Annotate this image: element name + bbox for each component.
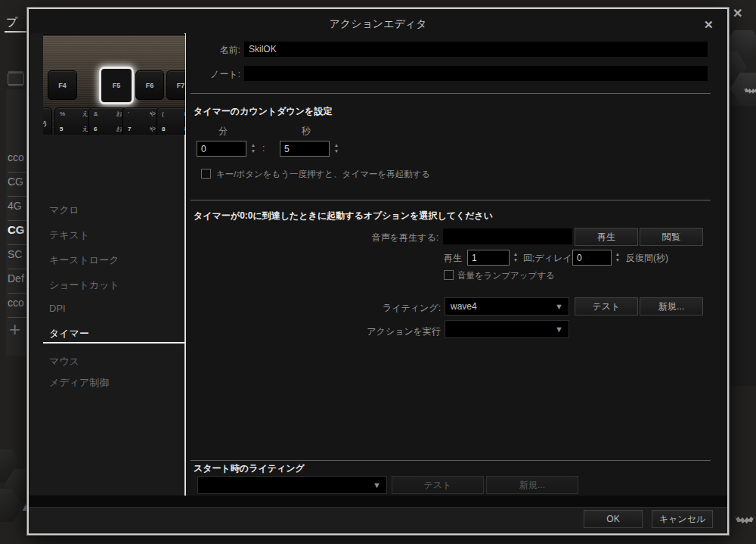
lighting-new-button[interactable]: 新規... xyxy=(640,297,703,316)
chevron-down-icon: ▼ xyxy=(555,302,563,311)
menu-item-timer-selected[interactable]: タイマー xyxy=(49,327,89,340)
add-profile-button[interactable]: + xyxy=(9,319,20,339)
profile-item[interactable]: Def xyxy=(8,269,29,294)
spin-down-icon[interactable]: ▼ xyxy=(251,149,256,154)
browse-sound-button[interactable]: 閲覧 xyxy=(640,228,703,246)
key-glyph: ゆ xyxy=(176,126,185,135)
key-glyph: ( xyxy=(162,110,176,126)
profile-item[interactable]: cco xyxy=(8,148,29,173)
start-lighting-dropdown[interactable]: ▼ xyxy=(197,476,387,494)
minutes-input[interactable] xyxy=(197,141,246,157)
profile-tab-partial[interactable]: プ xyxy=(6,15,17,30)
right-side-panel xyxy=(730,106,756,386)
eagle-logo-icon xyxy=(733,512,756,525)
spin-down-icon[interactable]: ▼ xyxy=(513,258,518,263)
lighting-dropdown[interactable]: wave4 ▼ xyxy=(445,297,569,316)
lighting-value: wave4 xyxy=(451,301,477,312)
menu-item-keystroke[interactable]: キーストローク xyxy=(49,253,119,267)
menu-item-media[interactable]: メディア制御 xyxy=(49,376,109,390)
minutes-label: 分 xyxy=(198,125,248,138)
profile-item[interactable]: CG xyxy=(8,173,29,197)
timer-section-heading: タイマーのカウントダウンを設定 xyxy=(194,105,332,118)
minutes-stepper[interactable]: ▲ ▼ xyxy=(249,143,257,154)
restart-timer-label: キー/ボタンをもう一度押すと、タイマーを再起動する xyxy=(216,169,430,180)
repeat-stepper[interactable]: ▲ ▼ xyxy=(512,252,519,263)
keyboard-preview: F4 F5 F6 F7 う %え 5え &お 6お 'や 7や (ゆ 8ゆ xyxy=(43,34,185,135)
key-5[interactable]: %え 5え xyxy=(54,107,93,135)
spin-down-icon[interactable]: ▼ xyxy=(334,149,339,154)
key-glyph: ' xyxy=(128,110,142,126)
key-7[interactable]: 'や 7や xyxy=(122,107,160,135)
dialog-title: アクションエディタ xyxy=(27,17,729,31)
repeat-label: 再生 xyxy=(444,252,462,265)
restart-timer-checkbox[interactable] xyxy=(201,169,211,179)
key-glyph: え xyxy=(74,110,88,126)
repeat-count-input[interactable] xyxy=(467,250,510,266)
key-glyph: ゆ xyxy=(176,110,185,126)
lighting-label: ライティング: xyxy=(355,302,441,315)
key-glyph: 8 xyxy=(162,126,176,135)
seconds-label: 秒 xyxy=(281,125,331,138)
section-divider xyxy=(191,460,711,461)
spin-up-icon[interactable]: ▲ xyxy=(513,252,518,256)
lighting-test-button[interactable]: テスト xyxy=(575,297,638,316)
zero-options-heading: タイマーが0:0に到達したときに起動するオプションを選択してください xyxy=(194,210,493,222)
profile-item[interactable]: cco xyxy=(8,294,29,318)
key-f6[interactable]: F6 xyxy=(135,70,164,100)
eagle-logo-icon xyxy=(742,85,756,95)
spin-down-icon[interactable]: ▼ xyxy=(615,258,620,263)
seconds-input[interactable] xyxy=(280,141,330,157)
delay-label: 回;ディレイ: xyxy=(523,252,575,265)
ok-button[interactable]: OK xyxy=(584,510,643,528)
section-divider xyxy=(191,200,711,201)
key-f5-highlighted[interactable]: F5 xyxy=(99,67,134,104)
key-6[interactable]: &お 6お xyxy=(88,107,127,135)
note-label: ノート: xyxy=(181,68,240,81)
play-sound-button[interactable]: 再生 xyxy=(575,228,638,246)
cancel-button[interactable]: キャンセル xyxy=(652,510,713,528)
chevron-down-icon: ▼ xyxy=(555,325,563,334)
menu-item-dpi[interactable]: DPI xyxy=(49,303,66,314)
device-tab-icon[interactable] xyxy=(8,73,24,85)
application-window: プ cco CG 4G CG SC Def cco + ▲ ✕ ◂ アクションエ… xyxy=(0,0,756,544)
name-input[interactable] xyxy=(243,41,708,58)
ramp-volume-checkbox[interactable] xyxy=(444,270,454,280)
run-action-dropdown[interactable]: ▼ xyxy=(445,320,569,338)
key-partial[interactable]: う xyxy=(43,107,52,135)
profile-item[interactable]: 4G xyxy=(8,197,29,221)
key-glyph: や xyxy=(142,126,156,135)
spin-up-icon[interactable]: ▲ xyxy=(251,143,256,148)
selected-menu-underline xyxy=(43,342,184,343)
spin-up-icon[interactable]: ▲ xyxy=(334,143,339,148)
menu-item-mouse[interactable]: マウス xyxy=(49,355,79,368)
seconds-stepper[interactable]: ▲ ▼ xyxy=(333,143,340,154)
key-f4[interactable]: F4 xyxy=(48,70,77,100)
note-input[interactable] xyxy=(243,65,708,82)
name-label: 名前: xyxy=(181,44,240,57)
start-lighting-heading: スタート時のライティング xyxy=(194,462,305,475)
tab-underline xyxy=(5,31,29,33)
interval-label: 反復間(秒) xyxy=(626,252,668,265)
profile-item[interactable]: SC xyxy=(8,245,29,269)
key-glyph: や xyxy=(142,110,156,126)
spin-up-icon[interactable]: ▲ xyxy=(615,252,620,256)
profile-item-selected[interactable]: CG xyxy=(8,221,29,245)
key-8[interactable]: (ゆ 8ゆ xyxy=(156,107,185,135)
key-glyph: % xyxy=(60,110,74,126)
key-glyph: お xyxy=(108,110,122,126)
section-divider xyxy=(191,93,711,94)
menu-item-shortcut[interactable]: ショートカット xyxy=(49,278,119,292)
delay-input[interactable] xyxy=(572,250,612,266)
start-lighting-test-button[interactable]: テスト xyxy=(392,476,484,494)
menu-item-text[interactable]: テキスト xyxy=(49,228,89,242)
play-sound-label: 音声を再生する: xyxy=(340,232,438,244)
dialog-close-icon[interactable]: ✕ xyxy=(704,18,714,32)
key-glyph: 7 xyxy=(128,126,142,135)
menu-item-macro[interactable]: マクロ xyxy=(49,204,79,217)
window-close-icon[interactable]: ✕ xyxy=(733,6,742,20)
sound-file-input[interactable] xyxy=(442,228,573,245)
key-glyph: 6 xyxy=(94,126,108,135)
delay-stepper[interactable]: ▲ ▼ xyxy=(614,252,621,263)
start-lighting-new-button[interactable]: 新規... xyxy=(486,476,578,494)
key-glyph: え xyxy=(74,126,88,135)
